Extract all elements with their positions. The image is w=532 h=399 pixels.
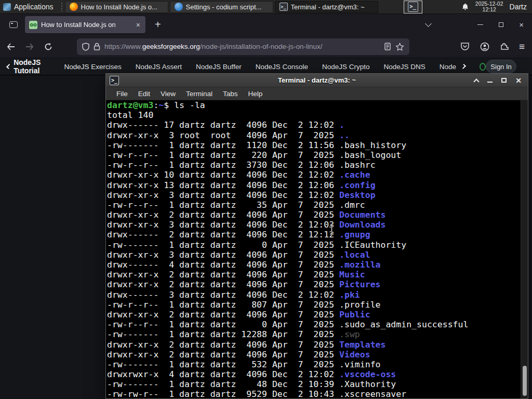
nav-back-nodejs-tutorial[interactable]: NodeJS Tutorial [7, 58, 51, 75]
terminal-text: -rw-r--r-- 1 dartz dartz 3730 Dec 2 12:0… [107, 160, 339, 170]
bookmark-star-icon[interactable] [395, 43, 404, 51]
nav-link-nodejs-buffer[interactable]: NodeJS Buffer [196, 63, 242, 71]
terminal-line: drwxr-xr-x 3 dartz dartz 4096 Dec 2 12:0… [107, 220, 521, 230]
taskbar-window-button[interactable]: How to Install Node.js o... [65, 1, 168, 13]
terminal-maximize-button[interactable] [501, 78, 507, 83]
terminal-scrollbar-thumb[interactable] [523, 366, 527, 396]
terminal-line: drwxrwxr-x 4 dartz dartz 4096 Dec 2 12:0… [107, 369, 521, 379]
terminal-line: drwxr-xr-x 13 dartz dartz 4096 Dec 2 12:… [107, 180, 521, 190]
terminal-shade-button[interactable] [474, 78, 480, 84]
nav-link-node[interactable]: Node [440, 63, 456, 71]
terminal-minimize-button[interactable] [487, 82, 493, 83]
terminal-text: ~ [158, 100, 164, 110]
notification-bell-icon[interactable] [461, 3, 469, 11]
sign-in-button[interactable]: Sign In [486, 60, 516, 73]
terminal-line: dartz@vm3:~$ ls -la [107, 100, 521, 110]
taskbar-window-buttons: How to Install Node.js o...Settings - co… [65, 1, 380, 13]
terminal-line: drwx------ 2 dartz dartz 4096 Dec 2 12:1… [107, 230, 521, 240]
extensions-icon[interactable] [500, 42, 509, 51]
terminal-menu-terminal[interactable]: Terminal [181, 88, 218, 99]
terminal-text: drwxr-xr-x 2 dartz dartz 4096 Apr 7 2025 [107, 270, 339, 280]
terminal-titlebar[interactable]: >_ Terminal - dartz@vm3: ~ ✕ [106, 74, 528, 87]
reader-view-icon[interactable] [384, 43, 391, 50]
geeksforgeeks-favicon: oo [29, 21, 37, 29]
browser-tab-active[interactable]: oo How to Install Node.js on × [25, 16, 145, 33]
tracking-shield-icon [82, 43, 89, 51]
terminal-menu-view[interactable]: View [155, 88, 181, 99]
new-tab-button[interactable]: + [151, 19, 165, 31]
terminal-line: -rw-r--r-- 1 dartz dartz 220 Apr 7 2025 … [107, 150, 521, 160]
terminal-text: -rw-r--r-- 1 dartz dartz 807 Apr 7 2025 [107, 300, 339, 310]
url-bar[interactable]: https://www.geeksforgeeks.org/node-js/in… [77, 38, 409, 55]
window-maximize-button[interactable] [499, 22, 503, 27]
terminal-text: .Xauthority [339, 379, 396, 389]
terminal-close-button[interactable]: ✕ [515, 77, 522, 84]
terminal-menu-tabs[interactable]: Tabs [218, 88, 243, 99]
terminal-prompt: dartz@vm3 [107, 100, 153, 110]
terminal-text: drwxr-xr-x 3 dartz dartz 4096 Dec 2 12:0… [107, 220, 339, 230]
terminal-text: .dmrc [339, 200, 365, 210]
terminal-icon: >_ [280, 3, 288, 11]
terminal-text: Pictures [339, 280, 380, 289]
terminal-text: .local [339, 250, 370, 260]
terminal-line: drwxr-xr-x 2 dartz dartz 4096 Apr 7 2025… [107, 340, 521, 350]
panel-clock[interactable]: 2025-12-02 12:12 [475, 1, 503, 13]
terminal-line: drwxr-xr-x 3 dartz dartz 4096 Apr 7 2025… [107, 250, 521, 260]
browser-toolbar: https://www.geeksforgeeks.org/node-js/in… [0, 35, 532, 58]
nav-link-nodejs-exercises[interactable]: NodeJS Exercises [64, 63, 121, 71]
terminal-text: -rw-rw-r-- 1 dartz dartz 9529 Dec 2 10:4… [107, 389, 339, 398]
terminal-line: drwxr-xr-x 2 dartz dartz 4096 Apr 7 2025… [107, 270, 521, 280]
terminal-menu-help[interactable]: Help [243, 88, 268, 99]
list-all-tabs-chevron-icon[interactable] [425, 20, 432, 27]
window-close-button[interactable]: × [519, 21, 524, 29]
taskbar-window-button[interactable]: >_Terminal - dartz@vm3: ~ [275, 1, 378, 13]
nav-link-nodejs-assert[interactable]: NodeJS Assert [136, 63, 182, 71]
account-icon[interactable] [480, 42, 489, 51]
nav-link-nodejs-crypto[interactable]: NodeJS Crypto [322, 63, 370, 71]
tray-terminal-launcher[interactable]: >_ [404, 1, 422, 14]
terminal-line: drwx------ 17 dartz dartz 4096 Dec 2 12:… [107, 120, 521, 130]
terminal-line: drwx------ 4 dartz dartz 4096 Apr 7 2025… [107, 260, 521, 270]
window-minimize-button[interactable] [477, 24, 483, 25]
terminal-menu-edit[interactable]: Edit [133, 88, 155, 99]
terminal-text: drwxr-xr-x 2 dartz dartz 4096 Apr 7 2025 [107, 280, 339, 289]
terminal-line: drwx------ 3 dartz dartz 4096 Dec 2 12:0… [107, 290, 521, 300]
taskbar-window-button[interactable]: Settings - codium script... [170, 1, 273, 13]
chevron-left-icon [6, 64, 11, 69]
back-button[interactable] [3, 39, 19, 55]
forward-button[interactable] [22, 39, 37, 55]
terminal-output[interactable]: dartz@vm3:~$ ls -latotal 140drwx------ 1… [106, 100, 521, 398]
terminal-text: .mozilla [339, 260, 380, 270]
terminal-text: Documents [339, 210, 385, 220]
tab-close-button[interactable]: × [135, 21, 141, 29]
codium-icon [175, 3, 183, 11]
terminal-text: drwxr-xr-x 2 dartz dartz 4096 Apr 7 2025 [107, 350, 339, 360]
terminal-text: drwxr-xr-x 2 dartz dartz 4096 Apr 7 2025 [107, 340, 339, 350]
search-icon[interactable] [480, 63, 486, 71]
reload-button[interactable] [41, 39, 56, 55]
applications-menu-button[interactable]: Applications [0, 0, 59, 14]
terminal-line: drwxr-xr-x 2 dartz dartz 4096 Apr 7 2025… [107, 310, 521, 320]
nav-link-nodejs-console[interactable]: NodeJS Console [256, 63, 308, 71]
xfce-logo-icon [3, 3, 11, 11]
terminal-text: drwxrwxr-x 4 dartz dartz 4096 Dec 2 12:0… [107, 369, 339, 379]
terminal-text: -rw-r--r-- 1 dartz dartz 35 Apr 7 2025 [107, 200, 339, 210]
nav-link-nodejs-dns[interactable]: NodeJS DNS [384, 63, 425, 71]
terminal-line: -rw-r--r-- 1 dartz dartz 0 Apr 7 2025 .s… [107, 320, 521, 329]
terminal-scrollbar[interactable] [521, 100, 528, 398]
terminal-menu-file[interactable]: File [111, 88, 133, 99]
terminal-text: -rw-r--r-- 1 dartz dartz 220 Apr 7 2025 [107, 150, 339, 160]
terminal-text: .cache [339, 170, 370, 180]
terminal-line: total 140 [107, 110, 521, 120]
panel-user-menu[interactable]: Dartz [510, 3, 527, 11]
terminal-icon: >_ [110, 76, 119, 85]
pocket-icon[interactable] [460, 42, 470, 51]
menu-hamburger-icon[interactable]: ≡ [519, 42, 525, 51]
terminal-text: .viminfo [339, 360, 380, 369]
terminal-line: -rw------- 1 dartz dartz 48 Dec 2 10:39 … [107, 379, 521, 389]
terminal-line: drwxr-xr-x 10 dartz dartz 4096 Dec 2 12:… [107, 170, 521, 180]
firefox-view-icon[interactable] [6, 18, 21, 32]
terminal-window: >_ Terminal - dartz@vm3: ~ ✕ FileEditVie… [105, 73, 528, 399]
lock-icon [94, 43, 100, 50]
terminal-line: -rw-r--r-- 1 dartz dartz 35 Apr 7 2025 .… [107, 200, 521, 210]
